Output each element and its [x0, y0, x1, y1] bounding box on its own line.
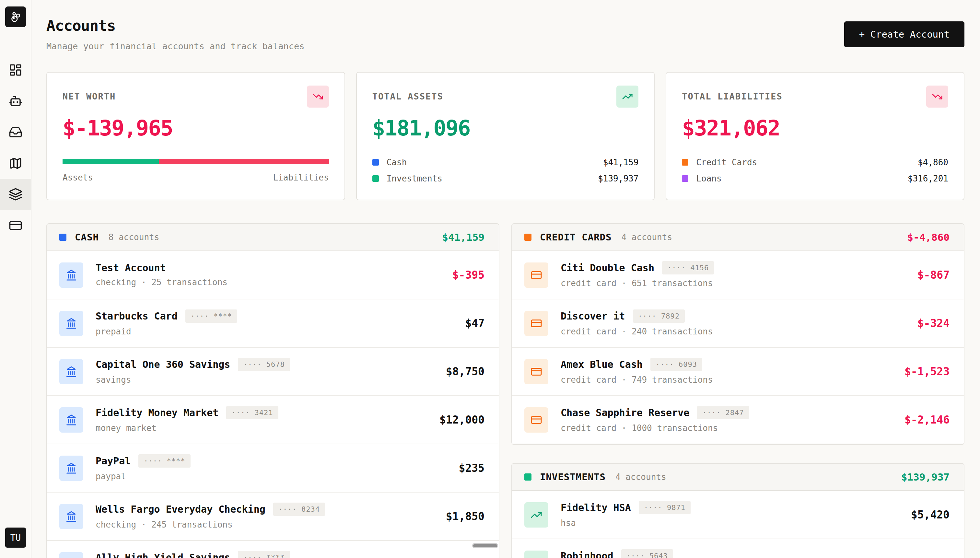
total-assets-value: $181,096 [373, 116, 639, 141]
section-card-investments: INVESTMENTS4 accounts$139,937Fidelity HS… [511, 463, 964, 558]
section-header-cash[interactable]: CASH8 accounts$41,159 [47, 224, 499, 251]
total-liabilities-card: TOTAL LIABILITIES $321,062 Credit Cards … [666, 72, 964, 200]
account-row[interactable]: Citi Double Cash···· 4156credit card · 6… [512, 251, 964, 299]
total-liabilities-label: TOTAL LIABILITIES [682, 85, 782, 102]
credit-card-icon [524, 263, 548, 288]
account-subtitle: savings [95, 375, 290, 385]
user-avatar[interactable]: TU [5, 528, 26, 548]
loans-color-square [682, 175, 688, 182]
account-row[interactable]: PayPal···· ****paypal$235 [47, 444, 499, 492]
account-subtitle: money market [95, 423, 278, 433]
logo-icon [10, 11, 22, 23]
net-worth-card: NET WORTH $-139,965 Assets Liabilities [46, 72, 345, 200]
bank-icon [59, 407, 83, 433]
bank-icon [59, 456, 83, 481]
legend-label: Credit Cards [696, 158, 757, 167]
account-balance: $5,420 [901, 509, 950, 521]
account-mask-badge: ···· 5643 [621, 549, 673, 558]
trending-down-icon [307, 85, 329, 108]
net-worth-value: $-139,965 [62, 116, 329, 141]
account-mask-badge: ···· 8234 [273, 502, 325, 516]
account-mask-badge: ···· 9871 [639, 501, 691, 514]
sidebar-item-inbox[interactable] [0, 117, 31, 148]
account-row[interactable]: Fidelity Money Market···· 3421money mark… [47, 396, 499, 444]
app-logo[interactable] [5, 7, 26, 27]
scrollbar-thumb[interactable] [472, 543, 498, 548]
section-count: 8 accounts [108, 232, 159, 242]
account-row[interactable]: Ally High Yield Savings···· **** [47, 541, 499, 558]
sidebar-item-credit-card[interactable] [0, 210, 31, 241]
section-color-square [524, 473, 532, 481]
page-subtitle: Manage your financial accounts and track… [46, 41, 964, 51]
credit-card-icon [9, 219, 22, 232]
sidebar-item-dashboard[interactable] [0, 54, 31, 85]
account-subtitle: credit card · 240 transactions [561, 327, 713, 337]
section-title: CASH [75, 232, 99, 243]
account-name: Capital One 360 Savings [95, 359, 230, 370]
legend-row-loans: Loans $316,201 [682, 171, 948, 187]
liabilities-bar-segment [159, 159, 329, 164]
total-liabilities-value: $321,062 [682, 116, 948, 141]
create-account-button[interactable]: + Create Account [844, 21, 964, 47]
account-subtitle: checking · 25 transactions [95, 277, 228, 288]
bank-icon [59, 263, 83, 288]
section-header-investments[interactable]: INVESTMENTS4 accounts$139,937 [512, 464, 964, 491]
account-row[interactable]: Starbucks Card···· ****prepaid$47 [47, 299, 499, 348]
section-title: CREDIT CARDS [540, 232, 612, 243]
sidebar-item-map[interactable] [0, 148, 31, 179]
account-balance: $-395 [443, 269, 484, 281]
section-card-credit-cards: CREDIT CARDS4 accounts$-4,860Citi Double… [511, 223, 964, 445]
account-name: Wells Fargo Everyday Checking [95, 504, 266, 515]
bar-label-liabilities: Liabilities [273, 173, 328, 182]
account-subtitle: paypal [95, 471, 190, 482]
account-mask-badge: ···· **** [238, 551, 290, 558]
account-name: PayPal [95, 455, 131, 467]
account-row[interactable]: Wells Fargo Everyday Checking···· 8234ch… [47, 492, 499, 541]
sidebar-item-layers[interactable] [0, 179, 31, 210]
account-row[interactable]: Discover it···· 7892credit card · 240 tr… [512, 299, 964, 348]
sidebar-item-bot[interactable] [0, 85, 31, 117]
bank-icon [59, 552, 83, 558]
account-balance: $12,000 [430, 414, 484, 426]
account-row[interactable]: Capital One 360 Savings···· 5678savings$… [47, 348, 499, 396]
trending-up-icon [524, 551, 548, 558]
layers-icon [9, 188, 22, 201]
trending-down-icon [926, 85, 948, 108]
account-mask-badge: ···· **** [138, 454, 190, 468]
legend-label: Investments [387, 174, 442, 184]
legend-row-credit-cards: Credit Cards $4,860 [682, 154, 948, 171]
total-assets-card: TOTAL ASSETS $181,096 Cash $41,159 Inves… [356, 72, 655, 200]
account-name: Test Account [95, 262, 166, 274]
legend-row-cash: Cash $41,159 [373, 154, 639, 171]
right-column: CREDIT CARDS4 accounts$-4,860Citi Double… [511, 223, 964, 558]
account-sections: CASH8 accounts$41,159Test Accountcheckin… [46, 223, 964, 558]
section-title: INVESTMENTS [540, 471, 606, 483]
account-row[interactable]: Amex Blue Cash···· 6093credit card · 749… [512, 348, 964, 396]
dashboard-icon [9, 63, 22, 77]
account-row[interactable]: Fidelity HSA···· 9871hsa$5,420 [512, 491, 964, 539]
account-row[interactable]: Chase Sapphire Reserve···· 2847credit ca… [512, 396, 964, 444]
account-balance: $1,850 [436, 510, 484, 523]
account-row[interactable]: Test Accountchecking · 25 transactions$-… [47, 251, 499, 299]
investments-color-square [373, 175, 379, 182]
section-header-credit-cards[interactable]: CREDIT CARDS4 accounts$-4,860 [512, 224, 964, 251]
legend-value: $4,860 [918, 158, 948, 167]
left-column: CASH8 accounts$41,159Test Accountcheckin… [46, 223, 499, 558]
account-subtitle: credit card · 651 transactions [561, 278, 714, 289]
legend-value: $139,937 [598, 174, 639, 184]
account-balance: $47 [455, 317, 484, 330]
section-color-square [59, 234, 66, 241]
credit-card-icon [524, 359, 548, 384]
bot-icon [9, 94, 22, 108]
account-row[interactable]: Robinhood···· 5643 [512, 539, 964, 558]
account-name: Chase Sapphire Reserve [561, 407, 689, 419]
account-mask-badge: ···· **** [185, 309, 237, 323]
account-name: Starbucks Card [95, 310, 177, 322]
bank-icon [59, 504, 83, 529]
legend-row-investments: Investments $139,937 [373, 171, 639, 187]
net-worth-label: NET WORTH [62, 85, 116, 102]
main-content: Accounts Manage your financial accounts … [31, 0, 980, 558]
sidebar-nav [0, 54, 31, 241]
account-mask-badge: ···· 4156 [662, 261, 714, 274]
account-balance: $8,750 [436, 365, 484, 378]
